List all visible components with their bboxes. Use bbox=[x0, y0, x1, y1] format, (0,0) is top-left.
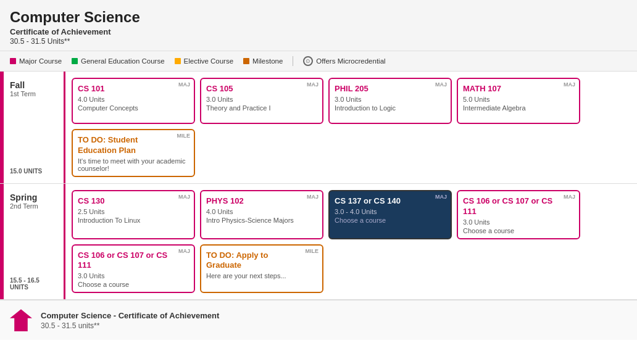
fall-term-courses: MAJ CS 101 4.0 Units Computer Concepts M… bbox=[65, 72, 637, 183]
course-phys102[interactable]: MAJ PHYS 102 4.0 Units Intro Physics-Sci… bbox=[200, 190, 323, 239]
course-cs106-a[interactable]: MAJ CS 106 or CS 107 or CS 111 3.0 Units… bbox=[457, 190, 580, 239]
cs137-units: 3.0 - 4.0 Units bbox=[335, 208, 446, 215]
cs137-badge: MAJ bbox=[435, 194, 447, 200]
cs105-title: CS 105 bbox=[206, 84, 302, 94]
legend-gen-ed-label: General Education Course bbox=[81, 57, 165, 65]
cs130-badge: MAJ bbox=[178, 194, 190, 200]
legend-microcred: ⊙ Offers Microcredential bbox=[303, 56, 385, 66]
cs137-desc: Choose a course bbox=[335, 217, 446, 224]
fall-term-sub: 1st Term bbox=[10, 90, 57, 97]
course-cs105[interactable]: MAJ CS 105 3.0 Units Theory and Practice… bbox=[200, 78, 323, 124]
legend-milestone: Milestone bbox=[243, 57, 283, 65]
page-units: 30.5 - 31.5 Units** bbox=[10, 37, 627, 46]
todo-sep-desc: It's time to meet with your academic cou… bbox=[78, 157, 189, 172]
cs101-badge: MAJ bbox=[178, 81, 190, 88]
todo-sep-badge: MILE bbox=[177, 133, 191, 139]
footer-title: Computer Science - Certificate of Achiev… bbox=[41, 311, 219, 320]
page-wrapper: Computer Science Certificate of Achievem… bbox=[0, 0, 637, 340]
gen-ed-dot bbox=[72, 58, 78, 64]
cs105-desc: Theory and Practice I bbox=[206, 104, 317, 112]
milestone-dot bbox=[243, 58, 249, 64]
spring-term-section: Spring 2nd Term 15.5 - 16.5 UNITS MAJ CS… bbox=[0, 184, 637, 300]
legend-microcred-label: Offers Microcredential bbox=[316, 57, 385, 65]
cs130-units: 2.5 Units bbox=[78, 208, 189, 215]
spring-term-courses: MAJ CS 130 2.5 Units Introduction To Lin… bbox=[65, 184, 637, 300]
spring-term-label: Spring 2nd Term 15.5 - 16.5 UNITS bbox=[4, 184, 65, 300]
course-math107[interactable]: MAJ MATH 107 5.0 Units Intermediate Alge… bbox=[457, 78, 580, 124]
page-header: Computer Science Certificate of Achievem… bbox=[0, 0, 637, 51]
math107-badge: MAJ bbox=[564, 81, 575, 88]
cs105-badge: MAJ bbox=[307, 81, 318, 88]
cs101-title: CS 101 bbox=[78, 84, 174, 94]
phys102-desc: Intro Physics-Science Majors bbox=[206, 217, 317, 224]
cs105-units: 3.0 Units bbox=[206, 96, 317, 103]
course-cs106-b[interactable]: MAJ CS 106 or CS 107 or CS 111 3.0 Units… bbox=[72, 244, 195, 294]
cs106a-units: 3.0 Units bbox=[463, 218, 574, 226]
todo-grad-title: TO DO: Apply to Graduate bbox=[206, 250, 302, 271]
cs106a-desc: Choose a course bbox=[463, 227, 574, 234]
legend-elective-label: Elective Course bbox=[184, 57, 234, 65]
course-phil205[interactable]: MAJ PHIL 205 3.0 Units Introduction to L… bbox=[328, 78, 452, 124]
legend-milestone-label: Milestone bbox=[252, 57, 283, 65]
phys102-title: PHYS 102 bbox=[206, 196, 302, 207]
cs106b-badge: MAJ bbox=[178, 248, 190, 254]
footer-text: Computer Science - Certificate of Achiev… bbox=[41, 311, 219, 330]
legend-divider bbox=[293, 56, 293, 66]
fall-term-section: Fall 1st Term 15.0 UNITS MAJ CS 101 4.0 … bbox=[0, 72, 637, 184]
course-todo-grad[interactable]: MILE TO DO: Apply to Graduate Here are y… bbox=[200, 244, 323, 294]
course-todo-sep[interactable]: MILE TO DO: Student Education Plan It's … bbox=[72, 129, 195, 177]
main-content: Fall 1st Term 15.0 UNITS MAJ CS 101 4.0 … bbox=[0, 72, 637, 300]
todo-sep-title: TO DO: Student Education Plan bbox=[78, 135, 174, 156]
legend-elective: Elective Course bbox=[175, 57, 234, 65]
cs101-desc: Computer Concepts bbox=[78, 104, 189, 112]
phil205-desc: Introduction to Logic bbox=[335, 104, 446, 112]
footer-graduation-icon bbox=[10, 309, 32, 331]
cs106b-title: CS 106 or CS 107 or CS 111 bbox=[78, 250, 174, 271]
spring-term-units: 15.5 - 16.5 UNITS bbox=[10, 271, 57, 291]
math107-desc: Intermediate Algebra bbox=[463, 104, 574, 112]
math107-units: 5.0 Units bbox=[463, 96, 574, 103]
fall-term-label: Fall 1st Term 15.0 UNITS bbox=[4, 72, 65, 183]
legend-major-label: Major Course bbox=[19, 57, 62, 65]
page-title: Computer Science bbox=[10, 9, 627, 26]
page-subtitle: Certificate of Achievement bbox=[10, 27, 627, 36]
cs137-title: CS 137 or CS 140 bbox=[335, 196, 431, 207]
fall-term-name: Fall bbox=[10, 80, 57, 90]
cs101-units: 4.0 Units bbox=[78, 96, 189, 103]
major-dot bbox=[10, 58, 16, 64]
todo-grad-badge: MILE bbox=[306, 248, 319, 254]
cs106b-units: 3.0 Units bbox=[78, 272, 189, 279]
fall-term-units: 15.0 UNITS bbox=[10, 162, 57, 175]
course-cs101[interactable]: MAJ CS 101 4.0 Units Computer Concepts bbox=[72, 78, 195, 124]
phil205-badge: MAJ bbox=[435, 81, 447, 88]
cs106b-desc: Choose a course bbox=[78, 281, 189, 288]
cs106a-title: CS 106 or CS 107 or CS 111 bbox=[463, 196, 559, 217]
spring-term-sub: 2nd Term bbox=[10, 202, 57, 210]
phil205-title: PHIL 205 bbox=[335, 84, 431, 94]
legend-bar: Major Course General Education Course El… bbox=[0, 51, 637, 72]
footer-units: 30.5 - 31.5 units** bbox=[41, 321, 219, 330]
microcred-icon: ⊙ bbox=[303, 56, 313, 66]
phil205-units: 3.0 Units bbox=[335, 96, 446, 103]
course-cs137-140[interactable]: MAJ CS 137 or CS 140 3.0 - 4.0 Units Cho… bbox=[328, 190, 452, 239]
cs130-desc: Introduction To Linux bbox=[78, 217, 189, 224]
math107-title: MATH 107 bbox=[463, 84, 559, 94]
legend-major: Major Course bbox=[10, 57, 62, 65]
legend-gen-ed: General Education Course bbox=[72, 57, 165, 65]
phys102-units: 4.0 Units bbox=[206, 208, 317, 215]
course-cs130[interactable]: MAJ CS 130 2.5 Units Introduction To Lin… bbox=[72, 190, 195, 239]
todo-grad-desc: Here are your next steps... bbox=[206, 272, 317, 279]
cs106a-badge: MAJ bbox=[564, 194, 575, 200]
phys102-badge: MAJ bbox=[307, 194, 318, 200]
spring-term-name: Spring bbox=[10, 192, 57, 202]
elective-dot bbox=[175, 58, 181, 64]
footer-section: Computer Science - Certificate of Achiev… bbox=[0, 300, 637, 340]
cs130-title: CS 130 bbox=[78, 196, 174, 207]
